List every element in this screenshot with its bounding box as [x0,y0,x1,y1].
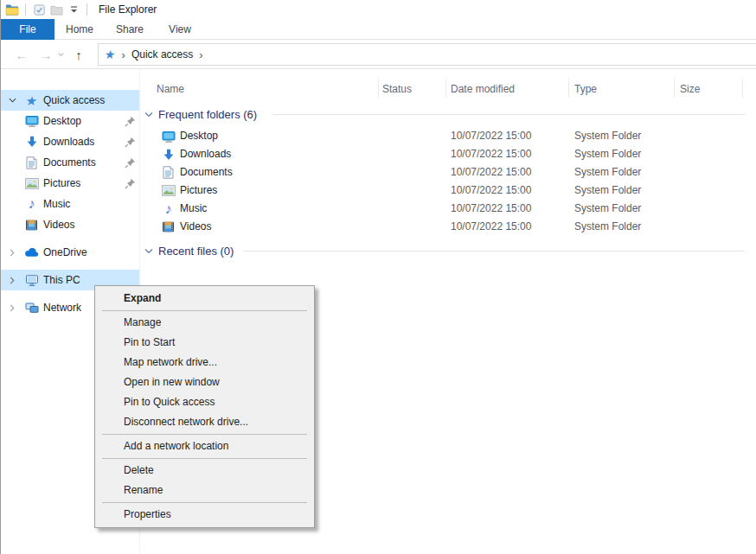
breadcrumb-location[interactable]: Quick access [131,48,193,60]
chevron-right-icon[interactable] [7,275,17,285]
tab-file[interactable]: File [1,19,54,40]
quick-access-star-icon: ★ [23,93,40,108]
file-row-pictures[interactable]: Pictures 10/07/2022 15:00 System Folder [144,181,749,200]
column-divider[interactable] [378,79,379,98]
file-type: System Folder [574,166,641,178]
explorer-folder-icon [3,2,21,17]
file-explorer-window: File Explorer File Home Share View ← → ↑… [0,0,756,554]
sidebar-item-documents[interactable]: Documents [1,152,139,173]
menu-item-add-a-network-location[interactable]: Add a network location [95,436,314,456]
new-folder-quick-button[interactable] [48,2,65,17]
file-type: System Folder [574,184,641,196]
menu-item-pin-to-start[interactable]: Pin to Start [95,333,314,353]
column-header-date-modified[interactable]: Date modified [451,80,515,98]
menu-item-expand[interactable]: Expand [95,289,314,309]
file-type: System Folder [574,220,641,232]
download-arrow-icon [24,135,39,150]
tab-home[interactable]: Home [54,19,105,40]
file-row-desktop[interactable]: Desktop 10/07/2022 15:00 System Folder [144,127,749,145]
sidebar-item-label: Documents [43,156,96,169]
sidebar-item-label: Music [43,198,70,210]
back-icon: ← [16,48,29,62]
column-header-size[interactable]: Size [680,80,700,98]
menu-separator [102,310,307,311]
music-note-icon: ♪ [24,197,39,212]
menu-separator [102,434,307,435]
file-row-music[interactable]: ♪ Music 10/07/2022 15:00 System Folder [144,200,749,218]
ribbon-tab-strip: File Home Share View [1,19,756,40]
sidebar-item-onedrive[interactable]: OneDrive [1,242,139,263]
file-name: Downloads [180,148,231,160]
pin-icon [125,157,136,169]
file-row-videos[interactable]: Videos 10/07/2022 15:00 System Folder [144,218,749,236]
file-date-modified: 10/07/2022 15:00 [451,130,531,142]
column-header-status[interactable]: Status [382,80,412,98]
group-title: Recent files (0) [158,245,234,258]
column-divider[interactable] [742,79,743,98]
up-icon: ↑ [75,48,82,62]
forward-button[interactable]: → [35,40,56,69]
back-button[interactable]: ← [11,40,32,69]
toolbar-separator [86,3,87,16]
group-header-frequent-folders[interactable]: Frequent folders (6) [144,106,257,122]
file-row-documents[interactable]: Documents 10/07/2022 15:00 System Folder [144,163,749,181]
desktop-icon [161,129,176,143]
chevron-right-icon[interactable] [7,247,17,258]
onedrive-cloud-icon [24,245,39,260]
sidebar-item-pictures[interactable]: Pictures [1,173,139,194]
recent-locations-dropdown[interactable] [54,40,67,69]
chevron-right-icon[interactable] [7,302,17,313]
menu-item-properties[interactable]: Properties [95,505,314,525]
file-date-modified: 10/07/2022 15:00 [451,184,531,196]
window-title: File Explorer [99,3,157,16]
picture-icon [24,176,39,191]
breadcrumb-chevron-icon: › [122,48,125,61]
up-button[interactable]: ↑ [68,40,89,69]
file-date-modified: 10/07/2022 15:00 [451,202,531,214]
group-header-recent-files[interactable]: Recent files (0) [144,243,234,258]
navigation-bar: ← → ↑ ★ › Quick access › [1,40,756,69]
column-header-type[interactable]: Type [574,80,597,98]
breadcrumb-chevron-icon[interactable]: › [199,48,202,61]
quick-access-star-icon: ★ [104,48,117,61]
sidebar-item-music[interactable]: ♪ Music [1,194,139,214]
column-divider[interactable] [445,79,446,98]
column-divider[interactable] [568,79,569,98]
sidebar-item-videos[interactable]: Videos [1,214,139,235]
sidebar-item-label: Downloads [43,136,94,148]
file-date-modified: 10/07/2022 15:00 [451,148,531,160]
menu-item-map-network-drive[interactable]: Map network drive... [95,353,314,373]
context-menu: Expand Manage Pin to Start Map network d… [94,285,315,528]
sidebar-item-downloads[interactable]: Downloads [1,131,139,152]
properties-quick-button[interactable] [30,2,48,17]
tab-view[interactable]: View [155,19,205,40]
customize-toolbar-dropdown-icon[interactable] [65,2,82,17]
sidebar-item-quick-access[interactable]: ★ Quick access [1,90,139,111]
sidebar-item-label: Videos [43,219,74,231]
desktop-icon [24,114,39,129]
menu-item-rename[interactable]: Rename [95,481,314,500]
menu-separator [102,502,307,503]
toolbar-separator [25,3,26,16]
tab-share[interactable]: Share [105,19,155,40]
file-type: System Folder [574,130,641,142]
column-divider[interactable] [674,79,675,98]
menu-item-disconnect-network-drive[interactable]: Disconnect network drive... [95,412,314,432]
file-name: Music [180,202,207,214]
chevron-down-icon[interactable] [7,95,17,105]
pin-icon [125,178,136,189]
menu-item-open-in-new-window[interactable]: Open in new window [95,373,314,392]
menu-item-pin-to-quick-access[interactable]: Pin to Quick access [95,392,314,412]
film-strip-icon [161,220,176,234]
sidebar-item-label: OneDrive [43,246,87,258]
column-header-name[interactable]: Name [157,80,184,98]
menu-item-delete[interactable]: Delete [95,461,314,481]
address-bar[interactable]: ★ › Quick access › [98,43,756,66]
file-type: System Folder [574,202,641,214]
computer-monitor-icon [24,273,39,288]
file-row-downloads[interactable]: Downloads 10/07/2022 15:00 System Folder [144,145,749,163]
menu-item-manage[interactable]: Manage [95,313,314,333]
music-note-icon: ♪ [161,201,176,216]
sidebar-item-label: Quick access [43,94,105,106]
sidebar-item-desktop[interactable]: Desktop [1,111,139,131]
